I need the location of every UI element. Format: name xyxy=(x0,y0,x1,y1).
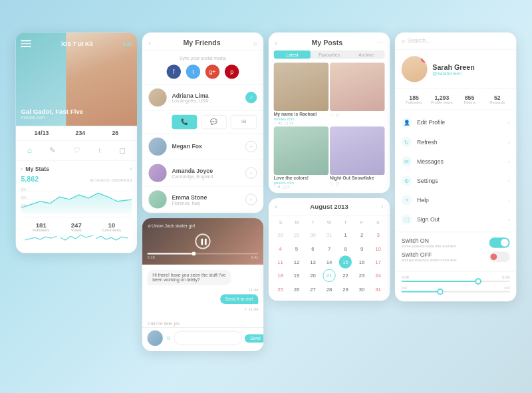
send-button[interactable]: Send xyxy=(245,334,263,342)
friend-add-2[interactable]: + xyxy=(245,140,257,152)
cal-day[interactable]: 10 xyxy=(372,241,384,254)
cal-day[interactable]: 28 xyxy=(323,283,335,295)
share-icon[interactable]: ↑ xyxy=(98,146,102,155)
chat-input[interactable] xyxy=(174,330,242,344)
call-button[interactable]: 📞 xyxy=(172,114,197,128)
stats-nav-right[interactable]: › xyxy=(130,166,132,172)
cal-day[interactable]: 12 xyxy=(290,255,303,268)
twitter-icon[interactable]: t xyxy=(186,65,200,78)
hamburger-icon[interactable] xyxy=(21,40,31,48)
cal-day[interactable]: 27 xyxy=(307,283,319,295)
cal-day[interactable]: 9 xyxy=(355,241,368,254)
cal-day[interactable]: 2 xyxy=(355,228,368,241)
tab-favourites[interactable]: Favourites xyxy=(311,50,348,59)
friends-search-icon[interactable]: ⌕ xyxy=(253,39,257,46)
facebook-icon[interactable]: f xyxy=(167,65,181,78)
cal-day[interactable]: 7 xyxy=(323,241,335,254)
cal-day[interactable]: 20 xyxy=(307,269,319,281)
toggle-on-sub: some pseudo state title and text xyxy=(402,243,456,247)
slider-1-track[interactable] xyxy=(402,281,510,282)
person-icon: 👤 xyxy=(402,117,412,128)
googleplus-icon[interactable]: g+ xyxy=(205,65,219,78)
email-button[interactable]: ✉ xyxy=(231,114,257,128)
friend-add-3[interactable]: + xyxy=(245,167,257,178)
menu-refresh[interactable]: ↻ Refresh › xyxy=(395,132,516,152)
cal-day[interactable]: 14 xyxy=(323,255,335,268)
friend-add-4[interactable]: + xyxy=(245,194,257,205)
cal-day[interactable]: 5 xyxy=(290,241,303,254)
menu-edit-profile[interactable]: 👤 Edit Profile › xyxy=(395,112,516,132)
post-image-4[interactable] xyxy=(330,126,384,175)
post-comments-4: ◻ xyxy=(336,180,339,185)
post-image-1[interactable] xyxy=(274,63,329,111)
cal-day[interactable]: 3 xyxy=(372,228,384,241)
chat-button[interactable]: 💬 xyxy=(201,114,227,128)
menu-messages[interactable]: ✉ Messages › xyxy=(395,152,516,171)
cal-day[interactable]: 26 xyxy=(290,283,303,295)
heart-icon[interactable]: ♡ xyxy=(73,146,80,155)
cal-prev-icon[interactable]: ‹ xyxy=(275,203,277,210)
post-cell-1: My name is Rachael movies.com ♡ 41 ◻ 21 xyxy=(274,63,329,125)
chat-smile-icon[interactable]: ☺ xyxy=(166,334,172,341)
cal-day[interactable]: 25 xyxy=(274,283,287,295)
video-play-button[interactable]: ▐▐ xyxy=(195,233,210,249)
friend-add-1[interactable]: ✓ xyxy=(245,91,257,102)
cal-day[interactable]: 6 xyxy=(307,241,319,254)
tab-archive[interactable]: Archive xyxy=(348,50,385,59)
slider-1-thumb[interactable] xyxy=(475,278,482,285)
posts-back-icon[interactable]: ‹ xyxy=(275,39,277,46)
toggle-off-switch[interactable] xyxy=(489,251,510,262)
cal-day[interactable]: 4 xyxy=(274,241,287,254)
cal-day[interactable]: 13 xyxy=(307,255,319,268)
cal-day[interactable]: 8 xyxy=(339,241,352,254)
slider-2-track[interactable] xyxy=(402,291,510,292)
toggle-on-switch[interactable] xyxy=(489,237,510,248)
cal-day[interactable]: 22 xyxy=(339,269,352,281)
friend-item-1: Adriana Lima Los Angeles, USA ✓ xyxy=(142,84,263,111)
comment-icon[interactable]: ◻ xyxy=(119,146,126,155)
post-image-2[interactable] xyxy=(330,63,384,111)
cal-day-today[interactable]: 15 xyxy=(339,255,352,268)
menu-label-messages: Messages xyxy=(417,158,503,164)
post-likes-4: ♡ xyxy=(330,180,333,185)
menu-help[interactable]: ? Help › xyxy=(395,190,516,209)
cal-day[interactable]: 30 xyxy=(355,283,368,295)
posts-more-icon[interactable]: ⋯ xyxy=(377,39,384,46)
post-link-1[interactable]: movies.com xyxy=(274,116,329,120)
pinterest-icon[interactable]: p xyxy=(225,65,239,78)
cal-day[interactable]: 17 xyxy=(372,255,384,268)
menu-signout[interactable]: ⬚ Sign Out › xyxy=(395,209,516,229)
edit-icon[interactable]: ✎ xyxy=(49,146,56,155)
edit-button[interactable]: Edit xyxy=(123,41,132,47)
cal-day[interactable]: 24 xyxy=(372,269,384,281)
slider-2-thumb[interactable] xyxy=(437,288,444,295)
profile-stats-row: 14/13 234 26 xyxy=(16,126,137,140)
cal-day[interactable]: 31 xyxy=(372,283,384,295)
cal-day[interactable]: 23 xyxy=(355,269,368,281)
menu-settings[interactable]: ⚙ Settings › xyxy=(395,171,516,190)
cal-day[interactable]: 29 xyxy=(339,283,352,295)
post-image-3[interactable] xyxy=(274,126,329,175)
chevron-icon: › xyxy=(508,120,510,126)
friend-name-1: Adriana Lima xyxy=(172,92,245,98)
cal-day-selected[interactable]: 21 xyxy=(323,269,335,281)
posts-tabs: Latest Favourites Archive xyxy=(274,50,385,59)
post-link-3[interactable]: photos.com xyxy=(274,180,329,184)
tab-latest[interactable]: Latest xyxy=(274,50,311,59)
cal-day[interactable]: 31 xyxy=(323,228,335,241)
cal-day[interactable]: 11 xyxy=(274,255,287,268)
stat-tokens: 855 Tokens xyxy=(456,94,483,104)
video-progress: 0:18 3:41 xyxy=(148,253,259,259)
stats-title: My Stats xyxy=(25,166,49,172)
cal-day[interactable]: 28 xyxy=(274,228,287,241)
stats-nav-left[interactable]: ‹ xyxy=(21,166,23,172)
cal-day[interactable]: 19 xyxy=(290,269,303,281)
home-icon[interactable]: ⌂ xyxy=(27,146,32,155)
cal-day[interactable]: 1 xyxy=(339,228,352,241)
cal-day[interactable]: 18 xyxy=(274,269,287,281)
cal-day[interactable]: 29 xyxy=(290,228,303,241)
cal-next-icon[interactable]: › xyxy=(381,203,383,210)
friends-back-icon[interactable]: ‹ xyxy=(148,39,150,46)
cal-day[interactable]: 16 xyxy=(355,255,368,268)
cal-day[interactable]: 30 xyxy=(307,228,319,241)
